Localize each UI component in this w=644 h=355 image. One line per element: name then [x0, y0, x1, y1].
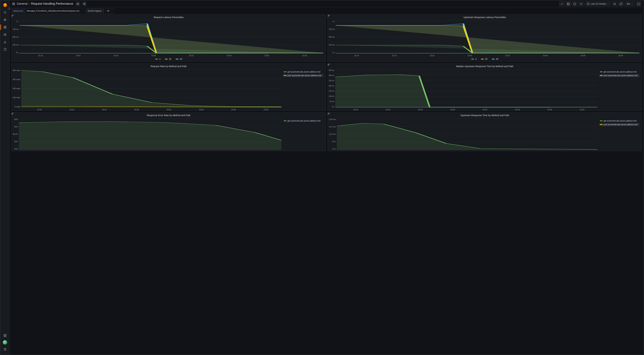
chart-plot[interactable]	[19, 118, 282, 150]
user-avatar[interactable]	[3, 340, 7, 344]
chart-plot[interactable]	[337, 118, 598, 150]
panel-title: Request Latency Percentiles	[12, 15, 326, 19]
panel-upstream-latency[interactable]: i Upstream Response Latency Percentiles …	[328, 15, 642, 62]
breadcrumb-sep: /	[29, 2, 30, 6]
panel-info-icon[interactable]: i	[328, 64, 331, 67]
legend-item[interactable]: post azurevote.aks.azure.sabbour.me/	[599, 74, 640, 77]
panel-title: Median Upstream Response Time by Method …	[328, 64, 642, 68]
panel-grid: i Request Latency Percentiles 1 s750 ms5…	[10, 15, 644, 355]
panel-median-upstream-time[interactable]: i Median Upstream Response Time by Metho…	[328, 64, 642, 111]
chart-plot[interactable]	[336, 20, 640, 54]
tv-mode-button[interactable]	[636, 1, 641, 6]
panel-legend: get azurevote.aks.azure.sabbour.me/ post…	[598, 69, 640, 108]
dashboard-settings-button[interactable]	[578, 1, 584, 6]
svg-point-0	[4, 12, 6, 13]
x-axis: 23:1423:1623:1823:2023:2223:2423:2623:28	[12, 109, 326, 111]
nav-dashboards[interactable]	[2, 24, 8, 31]
panel-info-icon[interactable]: i	[328, 113, 331, 116]
nav-configuration[interactable]	[2, 332, 8, 339]
breadcrumb-folder[interactable]: General	[17, 2, 28, 6]
panel-legend: .5 .95 .99	[12, 57, 326, 62]
panel-legend: get azurevote.aks.azure.sabbour.me/	[282, 118, 323, 150]
nav-help[interactable]	[2, 346, 8, 353]
legend-item[interactable]: .99	[491, 58, 499, 61]
nav-starred[interactable]	[2, 17, 8, 23]
svg-rect-4	[5, 28, 6, 28]
clock-icon	[587, 2, 590, 5]
y-axis: 350 ms300 ms250 ms200 ms150 ms100 ms50 m…	[329, 69, 335, 108]
var-datasource-value: Managed_Prometheus_defaultazuremonitorwo…	[27, 10, 80, 12]
nav-explore[interactable]	[2, 31, 8, 38]
nav-pages[interactable]	[2, 46, 8, 53]
var-service-ingress: Service Ingress	[86, 9, 104, 14]
legend-item[interactable]: get azurevote.aks.azure.sabbour.me/	[283, 70, 323, 73]
y-axis: 400 req/s300 req/s200 req/s100 req/s0 re…	[12, 69, 21, 108]
panel-legend: get azurevote.aks.azure.sabbour.me/ post…	[598, 118, 640, 150]
legend-item[interactable]: get azurevote.aks.azure.sabbour.me/	[599, 119, 640, 122]
svg-rect-9	[12, 3, 13, 4]
panel-legend: get azurevote.aks.azure.sabbour.me/ post…	[282, 69, 323, 108]
save-dashboard-button[interactable]	[566, 1, 571, 6]
panel-request-rate[interactable]: Request Rate by Method and Path 400 req/…	[12, 64, 326, 111]
legend-item[interactable]: .95	[480, 58, 488, 61]
grafana-logo[interactable]	[2, 3, 8, 8]
chart-plot[interactable]	[335, 69, 598, 108]
zoom-out-button[interactable]	[612, 1, 617, 6]
svg-rect-21	[20, 53, 269, 53]
legend-item[interactable]: get azurevote.aks.azure.sabbour.me/	[599, 70, 640, 73]
refresh-interval-picker[interactable]: 30s	[625, 1, 635, 6]
y-axis: 50%40%30.0%20%10%	[12, 118, 19, 150]
var-ingress-label: Service Ingress	[86, 9, 103, 13]
svg-rect-22	[336, 53, 585, 53]
svg-rect-11	[12, 4, 13, 5]
breadcrumb[interactable]: General / Request Handling Performance	[17, 2, 73, 6]
panel-info-icon[interactable]: i	[12, 113, 14, 116]
panel-title: Response Error Rate by Method and Path	[12, 113, 326, 117]
x-axis: 23:1423:1623:1823:2023:2223:2423:2623:28	[12, 55, 326, 57]
variable-bar: datasource Managed_Prometheus_defaultazu…	[10, 8, 644, 15]
legend-item[interactable]: .95	[164, 58, 172, 61]
panel-info-icon[interactable]: i	[12, 15, 14, 18]
breadcrumb-title[interactable]: Request Handling Performance	[31, 2, 73, 6]
svg-rect-12	[14, 4, 15, 5]
svg-rect-23	[335, 107, 550, 107]
panel-upstream-response-time[interactable]: i Upstream Response Time by Method and P…	[328, 113, 642, 151]
refresh-button[interactable]	[618, 1, 624, 6]
legend-item[interactable]: post azurevote.aks.azure.sabbour.me/	[283, 74, 323, 77]
x-axis: 23:1423:1623:1823:2023:2223:2423:2623:28	[328, 109, 642, 111]
svg-point-15	[84, 4, 85, 5]
svg-rect-10	[14, 3, 15, 4]
share-dashboard-button[interactable]	[82, 1, 87, 6]
star-dashboard-button[interactable]	[75, 1, 80, 6]
legend-item[interactable]: .99	[175, 58, 183, 61]
sidebar	[0, 0, 10, 355]
time-range-picker[interactable]: Last 15 minutes	[585, 1, 611, 6]
var-ingress-value-picker[interactable]: All	[105, 9, 114, 14]
y-axis: 2.08 min1.67 min1.25 min50 s25 s	[329, 118, 337, 150]
panel-title: Upstream Response Time by Method and Pat…	[328, 113, 642, 117]
svg-point-5	[4, 34, 6, 36]
svg-point-8	[5, 350, 5, 350]
panel-info-icon[interactable]: i	[328, 15, 331, 18]
legend-item[interactable]: .5	[470, 58, 477, 61]
panel-error-rate[interactable]: i Response Error Rate by Method and Path…	[12, 113, 326, 151]
legend-item[interactable]: get azurevote.aks.azure.sabbour.me/	[283, 119, 323, 122]
chart-plot[interactable]	[20, 20, 323, 54]
svg-point-17	[581, 3, 582, 4]
nav-alerting[interactable]	[2, 39, 8, 45]
y-axis: 1 s750 ms500 ms250 ms0 s	[12, 20, 20, 54]
chart-plot[interactable]	[21, 69, 282, 108]
topbar: General / Request Handling Performance L…	[10, 0, 644, 8]
chevron-down-icon	[631, 3, 633, 5]
panel-request-latency[interactable]: i Request Latency Percentiles 1 s750 ms5…	[12, 15, 326, 62]
nav-search[interactable]	[2, 9, 8, 16]
var-ingress-value: All	[107, 10, 109, 12]
legend-item[interactable]: .5	[154, 58, 161, 61]
add-panel-button[interactable]	[559, 1, 565, 6]
var-datasource[interactable]: datasource Managed_Prometheus_defaultazu…	[12, 9, 84, 14]
svg-point-13	[84, 3, 85, 3]
chevron-down-icon	[80, 10, 82, 12]
legend-item[interactable]: post azurevote.aks.azure.sabbour.me/	[599, 123, 640, 126]
dashboard-insights-button[interactable]	[572, 1, 578, 6]
dashboard-icon	[12, 2, 15, 5]
